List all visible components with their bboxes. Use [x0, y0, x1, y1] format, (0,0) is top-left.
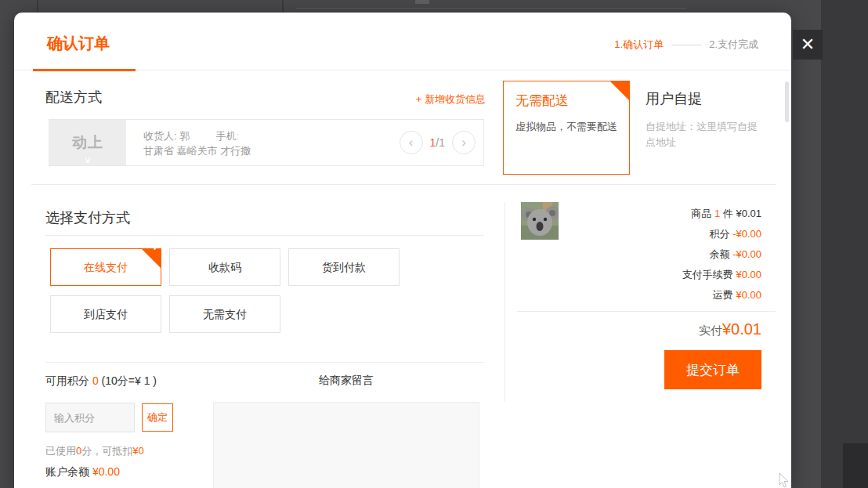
product-thumbnail	[521, 202, 559, 240]
summary-row-fee: 支付手续费 ¥0.00	[682, 265, 761, 285]
option-description: 自提地址：这里填写自提点地址	[646, 119, 761, 150]
backdrop-text-fragment	[415, 0, 429, 4]
row-value: -¥0.00	[732, 248, 761, 260]
payment-title-divider	[45, 235, 484, 236]
address-info: 收货人: 郭 手机: 甘肃省 嘉峪关市 才行撒	[126, 120, 335, 165]
recipient-name: 郭	[179, 130, 190, 142]
total-label: 实付	[699, 324, 722, 337]
total-value: ¥0.01	[722, 320, 761, 338]
mouse-cursor	[779, 473, 790, 488]
chevron-down-icon: ˅	[49, 156, 126, 165]
points-confirm-button[interactable]: 确定	[142, 403, 173, 432]
page-title: 确认订单	[47, 33, 110, 54]
payment-method-cod[interactable]: 货到付款	[288, 248, 400, 286]
points-rate-note: (10分=¥ 1 )	[102, 374, 157, 387]
koala-image	[521, 202, 559, 240]
payment-method-label: 无需支付	[203, 308, 247, 320]
row-label: 支付手续费	[682, 269, 733, 280]
active-tab-underline	[33, 69, 136, 71]
chevron-right-icon: ›	[461, 135, 466, 150]
address-tag[interactable]: 动上 ˅	[49, 120, 126, 165]
row-label: 余额	[710, 248, 730, 260]
total-row: 实付¥0.01	[699, 320, 761, 338]
balance-label: 账户余额	[45, 465, 89, 478]
points-used-note: 已使用0分，可抵扣¥0	[45, 444, 144, 458]
summary-row-goods: 商品 1 件 ¥0.01	[682, 204, 761, 224]
merchant-message-label: 给商家留言	[213, 374, 479, 388]
price-breakdown: 商品 1 件 ¥0.01 积分 -¥0.00 余额 -¥0.00 支付手续费 ¥…	[682, 204, 761, 305]
delivery-option-no-shipping[interactable]: 无需配送 虚拟物品，不需要配送 ✓	[503, 81, 630, 175]
account-balance-row: 账户余额 ¥0.00	[45, 465, 120, 479]
row-label: 商品	[691, 208, 711, 219]
used-prefix: 已使用	[45, 445, 76, 457]
submit-order-button[interactable]: 提交订单	[664, 350, 761, 389]
close-button[interactable]: ✕	[793, 30, 823, 60]
address-tag-label: 动上	[72, 132, 103, 153]
address-card[interactable]: 动上 ˅ 收货人: 郭 手机: 甘肃省 嘉峪关市 才行撒 ‹ 1/1 ›	[49, 119, 484, 166]
points-input[interactable]	[45, 403, 135, 432]
row-value: ¥0.01	[736, 208, 761, 219]
row-label: 运费	[713, 289, 733, 301]
payment-method-qrcode[interactable]: 收款码	[169, 248, 280, 286]
phone-label: 手机:	[216, 130, 240, 142]
recipient-label: 收货人:	[143, 130, 177, 142]
step-payment-complete: 2.支付完成	[709, 38, 758, 52]
row-qty: 1	[714, 208, 720, 219]
points-label: 可用积分	[45, 374, 89, 387]
summary-divider-vertical	[505, 202, 505, 402]
option-description: 虚拟物品，不需要配送	[515, 120, 617, 134]
pagination-total: 1	[439, 136, 445, 149]
points-divider	[45, 362, 484, 363]
check-icon: ✓	[621, 62, 628, 72]
backdrop-divider	[37, 0, 38, 13]
check-icon: ✓	[153, 230, 160, 266]
payment-method-label: 收款码	[208, 261, 241, 273]
merchant-message-textarea[interactable]	[213, 402, 479, 488]
option-label: 无需配送	[515, 92, 617, 110]
summary-row-shipping: 运费 ¥0.00	[682, 285, 761, 305]
delivery-section-title: 配送方式	[45, 88, 102, 107]
row-unit: 件	[723, 208, 733, 219]
payment-method-label: 到店支付	[84, 308, 128, 320]
close-icon: ✕	[801, 34, 815, 54]
summary-row-points: 积分 -¥0.00	[682, 224, 761, 244]
pagination-indicator: 1/1	[430, 136, 445, 149]
balance-value: ¥0.00	[92, 465, 120, 478]
step-confirm-order: 1.确认订单	[614, 38, 664, 52]
total-divider	[517, 311, 776, 312]
deduct-value: ¥0	[132, 445, 143, 457]
prev-address-button[interactable]: ‹	[400, 131, 423, 154]
chevron-left-icon: ‹	[409, 135, 414, 150]
address-line: 甘肃省 嘉峪关市 才行撒	[143, 143, 335, 158]
row-label: 积分	[710, 228, 730, 240]
modal-header: 确认订单 1.确认订单 2.支付完成	[14, 13, 791, 70]
add-address-link[interactable]: + 新增收货信息	[416, 92, 486, 107]
available-points-row: 可用积分 0 (10分=¥ 1 )	[45, 374, 157, 389]
payment-method-label: 在线支付	[84, 261, 128, 273]
checkout-steps: 1.确认订单 2.支付完成	[614, 38, 758, 52]
payment-method-instore[interactable]: 到店支付	[50, 295, 161, 333]
summary-row-balance: 余额 -¥0.00	[682, 244, 761, 265]
delivery-option-self-pickup[interactable]: 用户自提 自提地址：这里填写自提点地址	[646, 89, 771, 150]
backdrop-rule	[296, 8, 686, 9]
payment-method-none[interactable]: 无需支付	[169, 295, 280, 333]
next-address-button[interactable]: ›	[452, 131, 476, 154]
payment-method-label: 货到付款	[322, 261, 366, 273]
address-pagination: ‹ 1/1 ›	[400, 120, 476, 165]
backdrop-corner-patch	[843, 443, 868, 488]
recipient-line: 收货人: 郭 手机:	[143, 128, 335, 143]
row-value: -¥0.00	[732, 228, 761, 240]
modal-scrollbar[interactable]	[785, 81, 789, 122]
section-divider	[31, 184, 776, 185]
option-label: 用户自提	[646, 89, 771, 108]
used-mid: 分，可抵扣	[81, 445, 132, 457]
payment-section-title: 选择支付方式	[45, 208, 130, 227]
points-available: 0	[92, 374, 99, 387]
payment-method-online[interactable]: 在线支付 ✓	[50, 248, 161, 286]
step-separator	[671, 45, 701, 45]
backdrop-right-panel	[821, 0, 868, 488]
backdrop-divider	[282, 0, 284, 13]
selected-corner-badge	[609, 81, 630, 101]
phone-number-redacted	[242, 130, 335, 142]
confirm-order-modal: 确认订单 1.确认订单 2.支付完成 配送方式 + 新增收货信息 动上 ˅ 收货…	[14, 13, 791, 488]
